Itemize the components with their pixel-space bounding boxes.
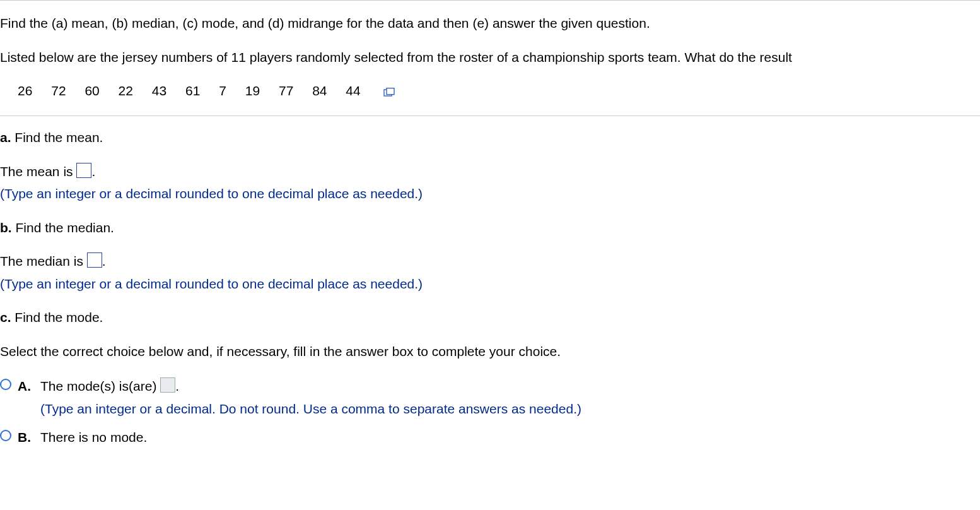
part-a-answer-line: The mean is . [0, 162, 980, 182]
part-c-heading: c. Find the mode. [0, 307, 980, 328]
data-values-row: 26 72 60 22 43 61 7 19 77 84 44 [0, 81, 980, 112]
part-c: c. Find the mode. Select the correct cho… [0, 307, 980, 448]
data-value: 44 [346, 81, 360, 101]
prompt-line-2: Listed below are the jersey numbers of 1… [0, 47, 980, 68]
data-value: 84 [312, 81, 327, 101]
part-a-heading: a. Find the mean. [0, 128, 980, 148]
part-a-letter: a. [0, 130, 11, 145]
median-input[interactable] [87, 252, 102, 268]
part-a: a. Find the mean. The mean is . (Type an… [0, 128, 980, 204]
data-value: 22 [119, 81, 133, 101]
prompt-line-1: Find the (a) mean, (b) median, (c) mode,… [0, 13, 980, 33]
part-b-heading: b. Find the median. [0, 218, 980, 238]
choice-a-radio[interactable] [0, 379, 11, 390]
part-c-letter: c. [0, 310, 11, 324]
part-a-hint: (Type an integer or a decimal rounded to… [0, 184, 980, 204]
data-value: 26 [18, 81, 32, 101]
data-value: 77 [279, 81, 293, 101]
part-b: b. Find the median. The median is . (Typ… [0, 218, 980, 294]
choice-a-body: The mode(s) is(are) . (Type an integer o… [40, 376, 980, 418]
choice-a-suffix: . [175, 379, 179, 393]
part-b-answer-prefix: The median is [0, 254, 87, 268]
choice-b-letter: B. [18, 427, 32, 448]
part-b-answer-suffix: . [102, 254, 106, 268]
part-b-hint: (Type an integer or a decimal rounded to… [0, 274, 980, 294]
copy-icon[interactable] [383, 82, 395, 102]
svg-rect-1 [387, 88, 394, 94]
choice-b-text: There is no mode. [40, 430, 147, 444]
part-c-choices: A. The mode(s) is(are) . (Type an intege… [0, 376, 980, 448]
data-value: 43 [152, 81, 166, 101]
data-value: 61 [185, 81, 200, 101]
choice-b-radio[interactable] [0, 430, 11, 441]
divider-mid [0, 116, 980, 116]
part-a-answer-suffix: . [91, 164, 95, 179]
part-c-instruction: Select the correct choice below and, if … [0, 341, 980, 362]
part-a-title: Find the mean. [15, 130, 103, 145]
part-b-title: Find the median. [16, 220, 114, 235]
data-value: 60 [85, 81, 99, 101]
question-prompt: Find the (a) mean, (b) median, (c) mode,… [0, 1, 980, 116]
choice-a-hint: (Type an integer or a decimal. Do not ro… [40, 399, 980, 419]
choice-a-prefix: The mode(s) is(are) [40, 379, 160, 393]
choice-a-text: The mode(s) is(are) . [40, 376, 980, 396]
data-value: 72 [51, 81, 66, 101]
choice-b-row: B. There is no mode. [0, 427, 980, 448]
choice-b-body: There is no mode. [40, 427, 980, 448]
mean-input[interactable] [76, 163, 91, 178]
mode-input[interactable] [160, 377, 175, 393]
part-b-answer-line: The median is . [0, 251, 980, 271]
part-c-title: Find the mode. [15, 310, 103, 324]
part-b-letter: b. [0, 220, 12, 235]
data-value: 19 [245, 81, 260, 101]
part-a-answer-prefix: The mean is [0, 164, 76, 179]
choice-a-row: A. The mode(s) is(are) . (Type an intege… [0, 376, 980, 418]
data-value: 7 [219, 81, 226, 101]
question-container: Find the (a) mean, (b) median, (c) mode,… [0, 0, 980, 448]
choice-a-letter: A. [18, 376, 32, 396]
